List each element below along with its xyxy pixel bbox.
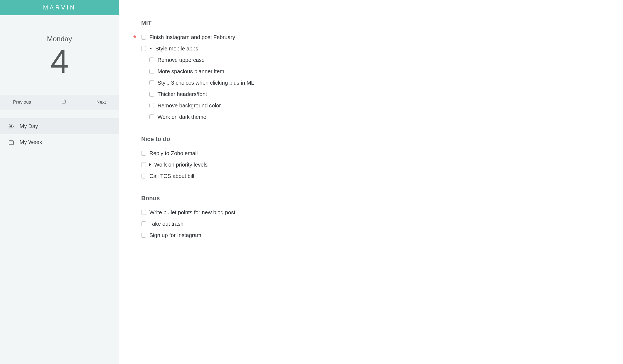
task-row[interactable]: Style mobile apps: [141, 43, 612, 54]
svg-rect-6: [65, 102, 65, 102]
task-label: Style 3 choices when clicking plus in ML: [158, 79, 254, 87]
checkbox[interactable]: [141, 210, 146, 215]
checkbox[interactable]: [149, 69, 154, 74]
day-number: 4: [0, 44, 119, 78]
caret-down-icon[interactable]: [149, 48, 152, 49]
task-label: Sign up for Instagram: [149, 231, 201, 239]
task-label: More spacious planner item: [158, 67, 224, 75]
sidebar: MARVIN Monday 4 Previous Next My Day 7 M…: [0, 0, 119, 364]
section-title: MIT: [141, 20, 612, 27]
checkbox[interactable]: [141, 162, 146, 167]
checkbox[interactable]: [149, 92, 154, 97]
previous-button[interactable]: Previous: [13, 100, 31, 105]
sun-icon: [8, 123, 15, 129]
calendar-week-icon: 7: [8, 139, 15, 145]
sidebar-item-label: My Week: [20, 139, 42, 145]
svg-line-13: [12, 127, 13, 128]
svg-line-14: [9, 127, 10, 128]
checkbox[interactable]: [141, 46, 146, 51]
svg-rect-5: [64, 102, 64, 102]
task-label: Take out trash: [149, 220, 184, 228]
subtask-row[interactable]: Remove background color: [141, 100, 612, 111]
brand-name: MARVIN: [43, 4, 76, 11]
task-label: Thicker headers/font: [158, 90, 207, 98]
section-nice: Nice to do Reply to Zoho email Work on p…: [141, 136, 612, 182]
main-content: MIT ★ Finish Instagram and post February…: [119, 0, 623, 364]
checkbox[interactable]: [149, 80, 154, 85]
task-label: Remove background color: [158, 101, 221, 110]
svg-line-15: [12, 124, 13, 125]
task-label: Work on priority levels: [154, 161, 207, 169]
task-label: Finish Instagram and post February: [149, 33, 235, 41]
star-icon[interactable]: ★: [133, 34, 137, 40]
next-button[interactable]: Next: [96, 100, 106, 105]
svg-point-7: [10, 125, 12, 127]
task-label: Remove uppercase: [158, 56, 204, 64]
subtask-row[interactable]: More spacious planner item: [141, 66, 612, 77]
task-row[interactable]: Work on priority levels: [141, 159, 612, 170]
checkbox[interactable]: [141, 221, 146, 226]
svg-rect-4: [62, 102, 63, 102]
date-nav: Previous Next: [0, 95, 119, 110]
task-row[interactable]: Write bullet points for new blog post: [141, 207, 612, 218]
checkbox[interactable]: [149, 103, 154, 108]
subtask-row[interactable]: Style 3 choices when clicking plus in ML: [141, 77, 612, 88]
checkbox[interactable]: [141, 174, 146, 178]
spacer: [0, 110, 119, 118]
subtask-row[interactable]: Work on dark theme: [141, 111, 612, 123]
sidebar-item-my-day[interactable]: My Day: [0, 118, 119, 134]
task-label: Reply to Zoho email: [149, 149, 198, 157]
task-row[interactable]: Reply to Zoho email: [141, 148, 612, 159]
section-bonus: Bonus Write bullet points for new blog p…: [141, 195, 612, 241]
task-label: Write bullet points for new blog post: [149, 208, 235, 216]
checkbox[interactable]: [141, 233, 146, 238]
svg-text:7: 7: [11, 142, 12, 144]
section-title: Bonus: [141, 195, 612, 202]
day-of-week: Monday: [0, 35, 119, 43]
calendar-icon[interactable]: [61, 99, 66, 105]
checkbox[interactable]: [149, 114, 154, 119]
subtask-row[interactable]: Thicker headers/font: [141, 88, 612, 100]
task-row[interactable]: Call TCS about bill: [141, 170, 612, 182]
svg-line-12: [9, 124, 10, 125]
checkbox[interactable]: [141, 151, 146, 156]
task-label: Call TCS about bill: [149, 172, 194, 180]
task-row[interactable]: Sign up for Instagram: [141, 229, 612, 241]
task-label: Work on dark theme: [158, 113, 206, 121]
sidebar-item-my-week[interactable]: 7 My Week: [0, 134, 119, 150]
subtask-row[interactable]: Remove uppercase: [141, 54, 612, 66]
date-block: Monday 4: [0, 15, 119, 95]
task-label: Style mobile apps: [155, 44, 198, 53]
section-mit: MIT ★ Finish Instagram and post February…: [141, 20, 612, 123]
checkbox[interactable]: [141, 35, 146, 40]
brand-bar: MARVIN: [0, 0, 119, 15]
section-title: Nice to do: [141, 136, 612, 143]
checkbox[interactable]: [149, 58, 154, 62]
sidebar-item-label: My Day: [20, 123, 38, 129]
caret-right-icon[interactable]: [149, 163, 151, 166]
task-row[interactable]: Take out trash: [141, 218, 612, 229]
task-row[interactable]: ★ Finish Instagram and post February: [141, 31, 612, 43]
